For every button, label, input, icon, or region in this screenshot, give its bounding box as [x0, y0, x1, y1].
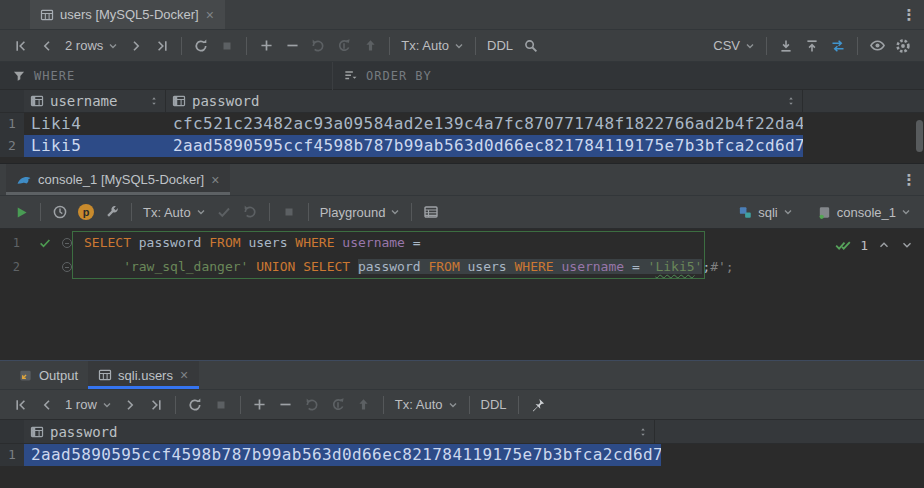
stop-button[interactable] [276, 200, 302, 224]
session-selector-dropdown[interactable]: console_1 [812, 200, 916, 224]
table-row-selected[interactable]: 2 Liki5 2aad5890595ccf4598b787b99ab563d0… [0, 135, 924, 157]
redo-icon [336, 38, 352, 54]
column-header-password[interactable]: password [166, 90, 803, 112]
redo-button[interactable] [331, 34, 357, 58]
rollback-button[interactable] [237, 200, 263, 224]
first-page-icon [13, 397, 29, 413]
order-by-filter-field[interactable]: ORDER BY [333, 68, 432, 83]
wrench-icon [105, 205, 120, 220]
chevron-up-icon[interactable] [877, 238, 891, 252]
editor-line-1[interactable]: 1 SELECT password FROM users WHERE usern… [0, 231, 924, 255]
tab-output[interactable]: Output [8, 361, 88, 389]
cell-password[interactable]: cfc521c23482ac93a09584ad2e139c4a7fc87077… [166, 113, 803, 135]
ddl-button[interactable]: DDL [476, 393, 512, 417]
tab-sqli-users-result[interactable]: sqli.users × [88, 361, 199, 389]
tab-console-1[interactable]: console_1 [MySQL5-Docker] × [6, 164, 230, 195]
minus-icon [285, 38, 300, 53]
search-button[interactable] [518, 34, 544, 58]
first-page-button[interactable] [8, 34, 34, 58]
fold-marker-icon[interactable] [62, 262, 72, 272]
cell-password[interactable]: 2aad5890595ccf4598b787b99ab563d0d66ec821… [24, 444, 661, 466]
sort-toggle-icon[interactable] [638, 426, 648, 438]
first-page-button[interactable] [8, 393, 34, 417]
where-filter-field[interactable]: WHERE [0, 69, 332, 83]
chevron-down-icon[interactable] [900, 238, 914, 252]
next-page-icon [122, 397, 138, 413]
stop-button[interactable] [214, 34, 240, 58]
divider [518, 396, 519, 414]
sql-code-line-2[interactable]: 'raw_sql_danger' UNION SELECT password F… [84, 255, 734, 279]
next-page-button[interactable] [117, 393, 143, 417]
more-options-icon[interactable]: ⋮ [894, 0, 924, 29]
reload-data-button[interactable] [182, 393, 208, 417]
last-page-button[interactable] [143, 393, 169, 417]
more-options-icon[interactable]: ⋮ [894, 164, 924, 195]
submit-button[interactable] [357, 34, 383, 58]
rows-count-dropdown[interactable]: 1 row [60, 393, 117, 417]
reload-data-button[interactable] [188, 34, 214, 58]
ddl-button[interactable]: DDL [482, 34, 518, 58]
table-row[interactable]: 1 Liki4 cfc521c23482ac93a09584ad2e139c4a… [0, 113, 924, 135]
clock-icon [52, 204, 68, 220]
console-settings-button[interactable] [99, 200, 125, 224]
sort-toggle-icon[interactable] [149, 95, 159, 107]
editor-line-2[interactable]: 2 'raw_sql_danger' UNION SELECT password… [0, 255, 924, 279]
sql-editor[interactable]: 1 SELECT password FROM users WHERE usern… [0, 229, 924, 361]
export-format-dropdown[interactable]: CSV [708, 34, 760, 58]
column-header-username[interactable]: username [24, 90, 166, 112]
previous-page-button[interactable] [34, 34, 60, 58]
view-options-button[interactable] [864, 34, 890, 58]
rows-count-dropdown[interactable]: 2 rows [60, 34, 123, 58]
export-data-button[interactable] [773, 34, 799, 58]
column-header-password[interactable]: password [24, 420, 655, 443]
execute-button[interactable] [8, 200, 34, 224]
typo-highlighted-value: Liki5 [655, 259, 694, 274]
selected-sql-fragment: password FROM users WHERE username = 'Li… [358, 259, 702, 274]
cell-username[interactable]: Liki5 [24, 135, 166, 157]
transaction-mode-dropdown[interactable]: Tx: Auto [396, 34, 469, 58]
revert-button[interactable] [305, 34, 331, 58]
stop-button[interactable] [208, 393, 234, 417]
settings-button[interactable] [890, 34, 916, 58]
add-row-button[interactable] [247, 393, 273, 417]
cell-password[interactable]: 2aad5890595ccf4598b787b99ab563d0d66ec821… [166, 135, 803, 157]
transaction-mode-dropdown[interactable]: Tx: Auto [138, 200, 211, 224]
previous-page-button[interactable] [34, 393, 60, 417]
sort-toggle-icon[interactable] [786, 95, 796, 107]
history-button[interactable] [47, 200, 73, 224]
parameters-button[interactable]: p [73, 200, 99, 224]
transaction-mode-dropdown[interactable]: Tx: Auto [390, 393, 463, 417]
arrow-up-icon [363, 38, 378, 53]
add-row-button[interactable] [253, 34, 279, 58]
fold-marker-icon[interactable] [62, 238, 72, 248]
close-icon[interactable]: × [210, 173, 220, 187]
statement-executed-check [34, 231, 56, 255]
next-page-button[interactable] [123, 34, 149, 58]
compare-button[interactable] [825, 34, 851, 58]
redo-button[interactable] [325, 393, 351, 417]
divider [246, 37, 247, 55]
last-page-button[interactable] [149, 34, 175, 58]
rollback-icon [242, 204, 258, 220]
revert-button[interactable] [299, 393, 325, 417]
tab-users-table[interactable]: users [MySQL5-Docker] × [30, 0, 225, 29]
schema-selector-dropdown[interactable]: sqli [733, 200, 798, 224]
sql-code-line-1[interactable]: SELECT password FROM users WHERE usernam… [84, 231, 421, 255]
output-layout-button[interactable] [418, 200, 444, 224]
delete-row-button[interactable] [279, 34, 305, 58]
plus-icon [252, 397, 267, 412]
import-data-button[interactable] [799, 34, 825, 58]
close-icon[interactable]: × [205, 8, 215, 22]
delete-row-button[interactable] [273, 393, 299, 417]
table-row-selected[interactable]: 1 2aad5890595ccf4598b787b99ab563d0d66ec8… [0, 444, 924, 466]
close-icon[interactable]: × [179, 368, 189, 382]
submit-button[interactable] [351, 393, 377, 417]
cell-username[interactable]: Liki4 [24, 113, 166, 135]
pin-tab-button[interactable] [525, 393, 551, 417]
playground-mode-dropdown[interactable]: Playground [315, 200, 406, 224]
arrow-up-icon [356, 397, 371, 412]
commit-button[interactable] [211, 200, 237, 224]
eye-icon [869, 37, 886, 54]
vertical-scrollbar[interactable] [916, 120, 923, 152]
console-toolbar: p Tx: Auto Playground sqli [0, 196, 924, 229]
